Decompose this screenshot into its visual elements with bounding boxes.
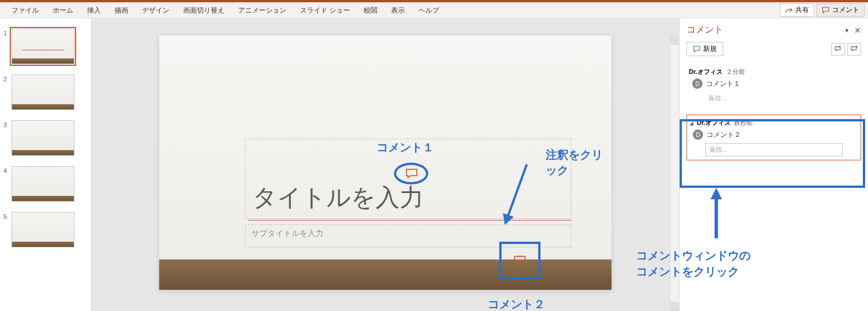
comment-time: ２分前 (726, 68, 745, 76)
comment-author: Dr.オフィス (689, 68, 723, 76)
annotation-circle (394, 163, 428, 184)
slide-editor[interactable]: タイトルを入力 サブタイトルを入力 コメント１ 注釈をクリック コメント２ (92, 18, 679, 311)
thumbnail-panel: 1 2 3 4 5 (0, 18, 92, 311)
thumbnail-1[interactable] (11, 29, 74, 64)
thumbnail-number: 5 (3, 212, 11, 220)
tab-slideshow[interactable]: スライド ショー (293, 2, 357, 18)
thumbnail-row[interactable]: 3 (3, 120, 85, 156)
thumbnail-2[interactable] (11, 74, 74, 110)
tab-view[interactable]: 表示 (384, 2, 412, 18)
comment-thread-selected[interactable]: ◢ Dr.オフィス 数秒前 D コメント２ 返信... (686, 115, 861, 160)
pane-options-button[interactable]: ▾ (845, 26, 849, 34)
thumbnail-row[interactable]: 1 (3, 29, 85, 64)
annotation-pane-arrow (711, 188, 719, 239)
ribbon: ファイル ホーム 挿入 描画 デザイン 画面切り替え アニメーション スライド … (0, 2, 868, 18)
reply-input[interactable]: 返信... (705, 143, 843, 156)
comments-pane: コメント ▾ ✕ 新規 Dr.オフィス (679, 18, 868, 311)
prev-comment-button[interactable] (831, 43, 845, 56)
comment-thread[interactable]: Dr.オフィス ２分前 D コメント１ 返信... (686, 64, 861, 108)
share-button[interactable]: 共有 (780, 3, 814, 17)
main-area: 1 2 3 4 5 タイトルを入力 サブタイトルを入力 (0, 18, 868, 311)
annotation-pane-label: コメントウィンドウの コメントをクリック (636, 247, 751, 279)
comment-text: コメント１ (706, 79, 740, 89)
annotation-label-comment1: コメント１ (377, 140, 434, 155)
annotation-label-comment2: コメント２ (488, 297, 545, 311)
scroll-down-button[interactable] (670, 302, 679, 311)
thumbnail-number: 2 (3, 74, 11, 82)
thumbnail-row[interactable]: 2 (3, 74, 85, 110)
share-label: 共有 (795, 5, 809, 15)
tab-review[interactable]: 校閲 (357, 2, 384, 18)
comment-text: コメント２ (707, 130, 741, 140)
tab-draw[interactable]: 描画 (108, 2, 135, 18)
thumbnail-row[interactable]: 5 (3, 212, 85, 247)
new-comment-icon (693, 45, 701, 53)
annotation-label-click: 注釈をクリック (546, 147, 611, 178)
pane-close-button[interactable]: ✕ (854, 26, 861, 35)
comment-toggle-label: コメント (832, 5, 859, 15)
subtitle-placeholder-text: サブタイトルを入力 (251, 229, 323, 238)
slide-canvas[interactable]: タイトルを入力 サブタイトルを入力 コメント１ 注釈をクリック コメント２ (159, 36, 611, 290)
comment-toggle-button[interactable]: コメント (816, 3, 865, 17)
annotation-rectangle (499, 242, 540, 279)
thumbnail-row[interactable]: 4 (3, 166, 85, 202)
thumbnail-3[interactable] (11, 120, 74, 156)
thumbnail-5[interactable] (11, 212, 74, 247)
title-placeholder-text: タイトルを入力 (252, 182, 424, 214)
thumbnail-4[interactable] (11, 166, 74, 202)
next-comment-button[interactable] (847, 43, 861, 56)
tab-home[interactable]: ホーム (46, 2, 80, 18)
tab-design[interactable]: デザイン (135, 2, 176, 18)
reply-input[interactable]: 返信... (705, 92, 859, 104)
comments-pane-title: コメント (686, 24, 723, 36)
new-comment-button[interactable]: 新規 (686, 42, 723, 56)
tab-insert[interactable]: 挿入 (80, 2, 108, 18)
collapse-triangle-icon[interactable]: ◢ (689, 120, 693, 126)
tab-transitions[interactable]: 画面切り替え (176, 2, 231, 18)
thumbnail-number: 1 (3, 29, 11, 37)
title-underline (248, 220, 571, 221)
avatar: D (693, 129, 703, 140)
scroll-up-button[interactable] (670, 36, 679, 45)
tab-help[interactable]: ヘルプ (412, 2, 446, 18)
avatar: D (692, 78, 703, 89)
comment-time: 数秒前 (734, 119, 753, 127)
prev-comment-icon (834, 45, 842, 53)
tab-animations[interactable]: アニメーション (231, 2, 293, 18)
share-icon (785, 6, 793, 14)
comment-icon (822, 6, 830, 14)
new-comment-label: 新規 (703, 44, 717, 54)
thumbnail-number: 4 (3, 166, 11, 174)
tab-file[interactable]: ファイル (5, 2, 46, 18)
thumbnail-number: 3 (3, 120, 11, 128)
comment-author: Dr.オフィス (697, 119, 731, 127)
next-comment-icon (850, 45, 858, 53)
